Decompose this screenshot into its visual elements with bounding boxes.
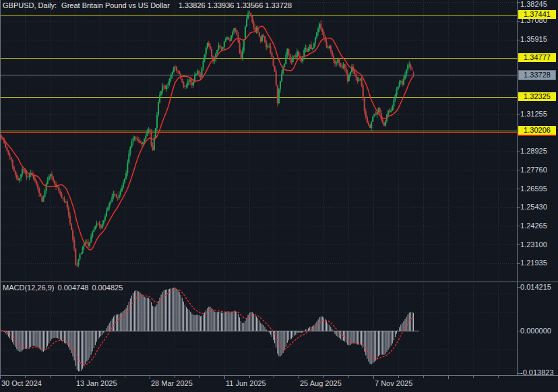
price-level-badge: 1.32325 [518,92,556,101]
macd-indicator-title: MACD(12,26,9) 0.004748 0.004825 [3,284,124,292]
price-axis-label: 1.25430 [520,203,547,211]
price-axis[interactable]: 1.382451.370801.359151.312551.289251.277… [518,0,558,375]
time-axis-label: 7 Nov 2025 [375,379,412,388]
macd-indicator-label: MACD(12,26,9) [3,284,54,292]
price-axis-label: 1.31255 [520,110,547,119]
chart-canvas[interactable] [0,0,558,392]
price-level-badge: 1.30206 [518,126,556,136]
price-axis-label: 1.26595 [520,185,547,193]
macd-axis-label: 0.000000 [520,327,551,335]
price-axis-label: 1.24265 [520,222,547,230]
price-axis-label: 1.35915 [520,35,547,44]
price-axis-label: 1.27760 [520,166,547,174]
time-axis-label: 25 Aug 2025 [300,379,342,388]
price-axis-label: 1.28925 [520,147,547,156]
symbol-period-label: GBPUSD, Daily: [3,1,57,9]
macd-main-value: 0.004748 [57,284,88,292]
price-level-badge: 1.37441 [518,10,556,19]
price-level-badge: 1.34777 [518,53,556,62]
symbol-description-label: Great Britain Pound vs US Dollar [61,1,170,9]
price-axis-label: 1.23100 [520,240,547,249]
time-axis-label: 11 Jun 2025 [226,379,266,388]
mt5-chart-window: GBPUSD, Daily:Great Britain Pound vs US … [0,0,558,392]
time-axis-label: 30 Oct 2024 [1,379,42,388]
time-axis-label: 13 Jan 2025 [76,379,117,388]
price-axis-label: 1.38245 [520,0,547,9]
ohlc-values: 1.33826 1.33936 1.33566 1.33728 [179,1,292,9]
bid-price-badge: 1.33728 [518,70,556,80]
macd-axis-label: 0.014215 [520,283,551,292]
time-axis[interactable]: 30 Oct 202413 Jan 202528 Mar 202511 Jun … [0,375,558,392]
time-axis-label: 28 Mar 2025 [151,379,193,388]
chart-title: GBPUSD, Daily:Great Britain Pound vs US … [3,1,292,9]
macd-signal-value: 0.004825 [92,284,123,292]
price-axis-label: 1.21935 [520,259,547,267]
